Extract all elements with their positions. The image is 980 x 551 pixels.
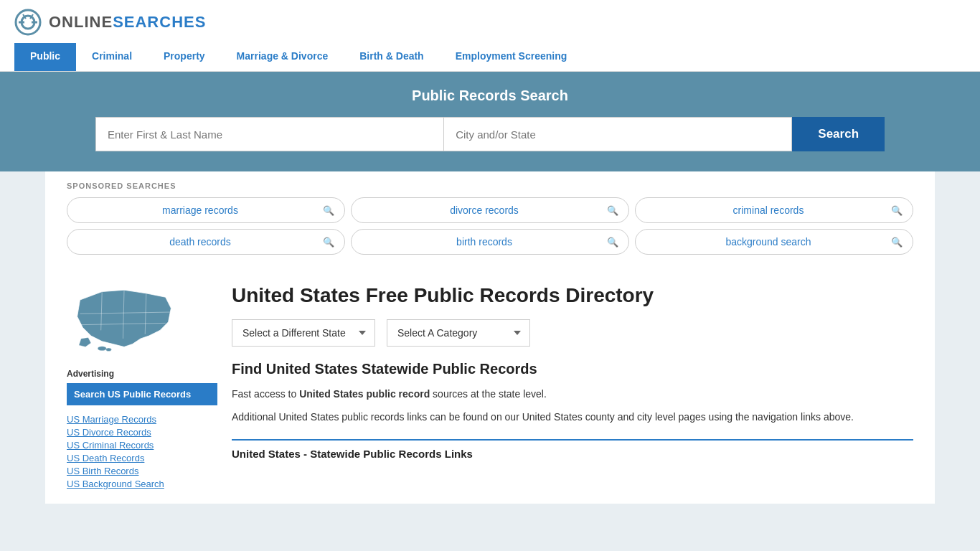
logo-text-online: ONLINE	[49, 13, 113, 32]
sponsored-pill-birth-label: birth records	[362, 236, 607, 248]
sponsored-pill-marriage-label: marriage records	[77, 204, 323, 216]
statewide-title: United States - Statewide Public Records…	[232, 448, 913, 460]
desc1-end: sources at the state level.	[433, 388, 547, 400]
logo-text-searches: SEARCHES	[113, 13, 206, 32]
nav-item-employment[interactable]: Employment Screening	[440, 43, 583, 71]
sidebar-link-divorce[interactable]: US Divorce Records	[67, 427, 217, 438]
sidebar-link-death[interactable]: US Death Records	[67, 453, 217, 463]
content-wrapper: Advertising Search US Public Records US …	[45, 269, 935, 504]
location-search-input[interactable]	[443, 117, 792, 151]
sidebar: Advertising Search US Public Records US …	[67, 283, 217, 489]
nav-item-public[interactable]: Public	[14, 43, 76, 71]
description-paragraph-2: Additional United States public records …	[232, 409, 913, 425]
logo-icon	[14, 9, 42, 36]
search-icon: 🔍	[323, 237, 334, 248]
search-icon: 🔍	[891, 205, 903, 216]
sidebar-link-criminal[interactable]: US Criminal Records	[67, 440, 217, 451]
logo: ONLINESEARCHES	[14, 9, 966, 36]
sponsored-pill-criminal-label: criminal records	[646, 204, 891, 216]
main-nav: Public Criminal Property Marriage & Divo…	[14, 43, 966, 71]
desc1-text: Fast access to	[232, 388, 296, 400]
page-title: United States Free Public Records Direct…	[232, 283, 913, 308]
dropdowns-row: Select a Different State Select A Catego…	[232, 319, 913, 347]
search-icon: 🔍	[607, 205, 618, 216]
sponsored-pill-divorce-label: divorce records	[362, 204, 607, 216]
description-paragraph-1: Fast access to United States public reco…	[232, 386, 913, 402]
us-map-svg	[67, 283, 182, 355]
sponsored-section: SPONSORED SEARCHES marriage records 🔍 di…	[45, 171, 935, 269]
section-heading: Find United States Statewide Public Reco…	[232, 361, 913, 377]
search-icon: 🔍	[891, 237, 903, 248]
sponsored-pill-death-label: death records	[77, 236, 323, 248]
search-banner-title: Public Records Search	[22, 88, 958, 104]
nav-item-criminal[interactable]: Criminal	[76, 43, 148, 71]
advertising-label: Advertising	[67, 369, 217, 379]
sponsored-pill-death[interactable]: death records 🔍	[67, 229, 345, 255]
nav-item-birth-death[interactable]: Birth & Death	[344, 43, 439, 71]
svg-point-11	[98, 347, 106, 351]
search-button[interactable]: Search	[792, 117, 885, 151]
sponsored-pill-divorce[interactable]: divorce records 🔍	[351, 197, 629, 223]
sidebar-link-birth[interactable]: US Birth Records	[67, 466, 217, 476]
sponsored-grid: marriage records 🔍 divorce records 🔍 cri…	[67, 197, 913, 255]
main-content: United States Free Public Records Direct…	[232, 283, 913, 489]
sponsored-label: SPONSORED SEARCHES	[67, 182, 913, 190]
sponsored-pill-background[interactable]: background search 🔍	[635, 229, 913, 255]
search-banner: Public Records Search Search	[0, 72, 980, 171]
state-dropdown[interactable]: Select a Different State	[232, 319, 375, 347]
sponsored-pill-background-label: background search	[646, 236, 891, 248]
sidebar-links: US Marriage Records US Divorce Records U…	[67, 414, 217, 489]
name-search-input[interactable]	[95, 117, 443, 151]
site-header: ONLINESEARCHES Public Criminal Property …	[0, 0, 980, 72]
sidebar-link-background[interactable]: US Background Search	[67, 479, 217, 489]
nav-item-property[interactable]: Property	[148, 43, 221, 71]
ad-box[interactable]: Search US Public Records	[67, 383, 217, 405]
us-map	[67, 283, 217, 357]
nav-item-marriage-divorce[interactable]: Marriage & Divorce	[221, 43, 344, 71]
desc1-bold: United States public record	[299, 388, 430, 400]
search-row: Search	[95, 117, 885, 151]
category-dropdown[interactable]: Select A Category	[387, 319, 530, 347]
sponsored-pill-criminal[interactable]: criminal records 🔍	[635, 197, 913, 223]
statewide-section: United States - Statewide Public Records…	[232, 439, 913, 460]
sidebar-link-marriage[interactable]: US Marriage Records	[67, 414, 217, 425]
sponsored-pill-marriage[interactable]: marriage records 🔍	[67, 197, 345, 223]
search-icon: 🔍	[607, 237, 618, 248]
search-icon: 🔍	[323, 205, 334, 216]
svg-point-12	[106, 348, 112, 352]
sponsored-pill-birth[interactable]: birth records 🔍	[351, 229, 629, 255]
